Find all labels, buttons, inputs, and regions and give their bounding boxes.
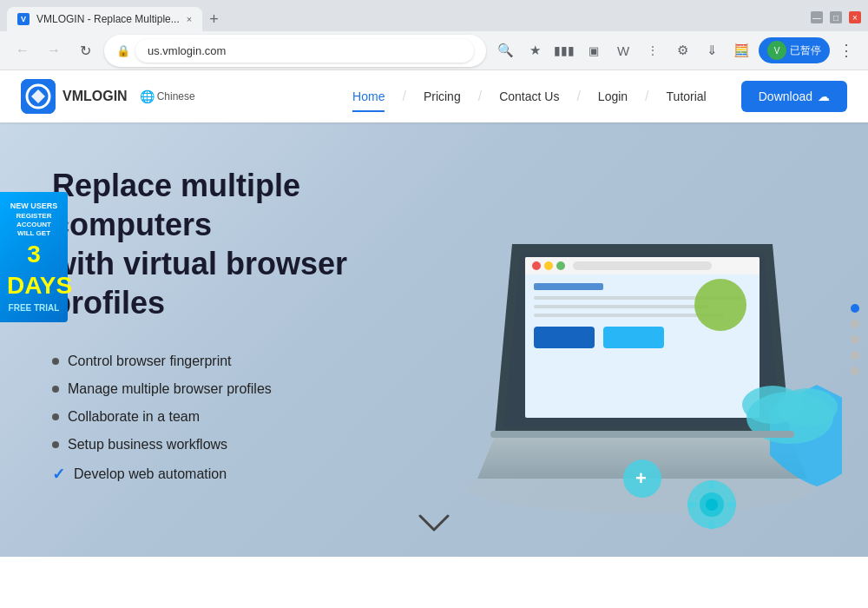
feature-label: Control browser fingerprint: [68, 354, 232, 369]
grid-icon[interactable]: ⋮: [641, 38, 665, 63]
tab-close-icon[interactable]: ×: [187, 14, 192, 24]
svg-rect-14: [603, 327, 664, 348]
maximize-button[interactable]: □: [830, 11, 842, 23]
forward-button[interactable]: →: [42, 38, 66, 63]
feature-5: ✓ Develop web automation: [52, 465, 417, 484]
tab-bar: V VMLOGIN - Replace Multiple... × + — □ …: [0, 0, 868, 31]
bullet-icon: [52, 386, 59, 393]
svg-rect-11: [534, 305, 707, 308]
lang-label: Chinese: [157, 90, 195, 102]
hero-title: Replace multiple computerswith virtual b…: [52, 166, 417, 322]
scroll-dot-3[interactable]: [851, 335, 859, 344]
logo-icon: [21, 79, 56, 114]
website-content: VMLOGIN 🌐 Chinese Home / Pricing / Conta…: [0, 70, 868, 557]
tab-favicon: V: [17, 13, 30, 25]
toolbar-icons: 🔍 ★ ▮▮▮ ▣ W ⋮ ⚙ ⇓ 🧮 V 已暂停 ⋮: [493, 37, 858, 63]
download-button[interactable]: Download ☁: [741, 81, 847, 112]
bullet-icon: [52, 358, 59, 365]
qr-icon[interactable]: ▣: [582, 38, 606, 63]
promo-badge: NEW USERS REGISTER ACCOUNT WILL GET 3 DA…: [0, 192, 68, 322]
site-nav: VMLOGIN 🌐 Chinese Home / Pricing / Conta…: [0, 70, 868, 122]
promo-line1: NEW USERS: [7, 201, 61, 212]
settings-icon[interactable]: ⚙: [670, 38, 694, 63]
window-controls: — □ ×: [811, 11, 861, 27]
hero-section: NEW USERS REGISTER ACCOUNT WILL GET 3 DA…: [0, 122, 868, 557]
bookmark-icon[interactable]: ★: [523, 38, 547, 63]
bullet-icon: [52, 441, 59, 448]
avatar: V: [767, 41, 786, 60]
address-bar-row: ← → ↻ 🔒 🔍 ★ ▮▮▮ ▣ W ⋮ ⚙ ⇓ 🧮 V 已暂停 ⋮: [0, 31, 868, 69]
browser-tab-active[interactable]: V VMLOGIN - Replace Multiple... ×: [7, 7, 202, 31]
svg-rect-28: [490, 431, 794, 438]
logo-text: VMLOGIN: [62, 89, 128, 104]
profile-button[interactable]: V 已暂停: [759, 37, 830, 63]
svg-point-5: [532, 261, 541, 270]
close-button[interactable]: ×: [849, 11, 861, 23]
promo-line3: WILL GET: [7, 229, 61, 238]
back-button[interactable]: ←: [10, 38, 35, 63]
hero-features: Control browser fingerprint Manage multi…: [52, 354, 417, 484]
download-label: Download: [759, 89, 812, 103]
nav-link-pricing[interactable]: Pricing: [410, 83, 475, 110]
browser-chrome: V VMLOGIN - Replace Multiple... × + — □ …: [0, 0, 868, 70]
download-icon: ☁: [818, 89, 830, 103]
svg-rect-13: [534, 327, 595, 348]
nav-links: Home / Pricing / Contact Us / Login / Tu…: [339, 81, 847, 112]
svg-text:+: +: [635, 467, 647, 489]
laptop-illustration: +: [443, 140, 842, 539]
scroll-dot-4[interactable]: [851, 351, 859, 360]
svg-rect-25: [709, 520, 714, 529]
scroll-dots: [851, 304, 859, 375]
language-selector[interactable]: 🌐 Chinese: [140, 89, 195, 103]
svg-point-7: [556, 261, 565, 270]
feature-label: Develop web automation: [74, 466, 227, 482]
profile-label: 已暂停: [790, 43, 821, 58]
nav-link-contact[interactable]: Contact Us: [485, 83, 573, 110]
feature-2: Manage multiple browser profiles: [52, 381, 417, 397]
nav-link-login[interactable]: Login: [584, 83, 641, 110]
scroll-dot-1[interactable]: [851, 304, 859, 313]
scroll-dot-5[interactable]: [851, 367, 859, 375]
svg-rect-24: [709, 480, 714, 489]
tab-title: VMLOGIN - Replace Multiple...: [36, 13, 180, 25]
download-icon[interactable]: ⇓: [700, 38, 724, 63]
promo-free-trial: FREE TRIAL: [7, 302, 61, 314]
refresh-button[interactable]: ↻: [73, 38, 97, 63]
menu-icon[interactable]: ⋮: [835, 37, 858, 63]
svg-rect-9: [534, 283, 603, 290]
bullet-icon: [52, 413, 59, 420]
svg-rect-8: [573, 261, 712, 270]
minimize-button[interactable]: —: [811, 11, 823, 23]
nav-link-home[interactable]: Home: [339, 83, 398, 110]
feature-label: Collaborate in a team: [68, 409, 200, 425]
stats-icon[interactable]: ▮▮▮: [552, 38, 576, 63]
scroll-dot-2[interactable]: [851, 320, 859, 328]
feature-label: Manage multiple browser profiles: [68, 381, 272, 397]
feature-label: Setup business workflows: [68, 437, 227, 453]
svg-point-18: [777, 388, 838, 426]
feature-1: Control browser fingerprint: [52, 354, 417, 369]
logo-area: VMLOGIN 🌐 Chinese: [21, 79, 195, 114]
svg-point-6: [544, 261, 553, 270]
lock-icon: 🔒: [116, 44, 130, 57]
feature-4: Setup business workflows: [52, 437, 417, 453]
svg-point-15: [694, 279, 746, 331]
checkmark-icon: ✓: [52, 465, 65, 484]
wallet-icon[interactable]: W: [611, 38, 635, 63]
svg-rect-27: [727, 502, 736, 507]
feature-3: Collaborate in a team: [52, 409, 417, 425]
scroll-down-arrow[interactable]: [418, 512, 450, 539]
extension-icon[interactable]: 🧮: [729, 38, 753, 63]
hero-left: Replace multiple computerswith virtual b…: [52, 166, 417, 484]
nav-link-tutorial[interactable]: Tutorial: [653, 83, 720, 110]
svg-point-23: [706, 499, 718, 511]
url-input[interactable]: [135, 39, 474, 63]
promo-days: 3 DAYS: [7, 239, 61, 302]
svg-rect-26: [687, 502, 696, 507]
new-tab-button[interactable]: +: [202, 10, 226, 29]
promo-line2: REGISTER ACCOUNT: [7, 212, 61, 230]
search-icon[interactable]: 🔍: [493, 38, 517, 63]
